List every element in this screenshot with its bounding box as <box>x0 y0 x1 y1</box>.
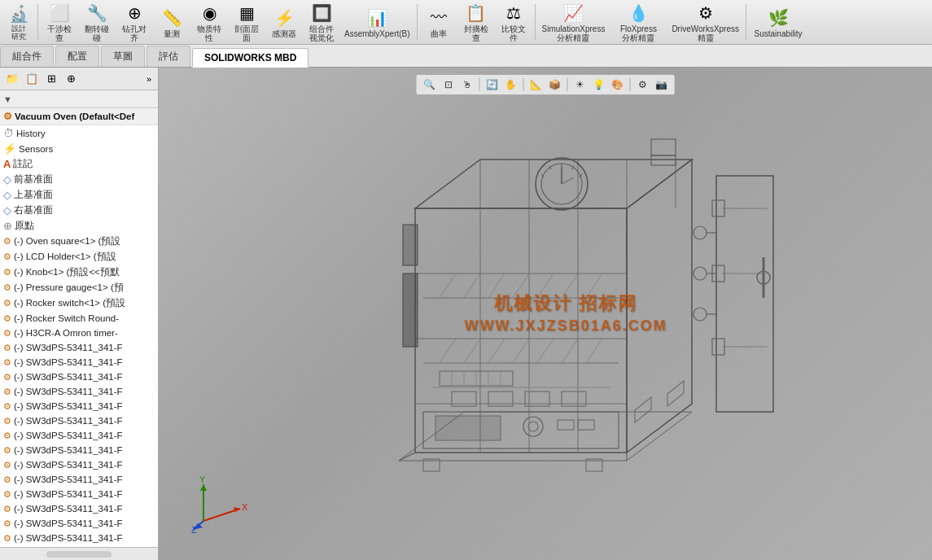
toolbar-interference[interactable]: ⬜ 干涉检查 <box>42 0 77 44</box>
tree-item-pressure1[interactable]: ⚙(-) Pressure gauge<1> (預 <box>0 280 158 295</box>
lt-btn-list[interactable]: 📋 <box>23 70 41 88</box>
vt-rotate[interactable]: 🔄 <box>484 77 501 93</box>
section-label: 剖面层面 <box>234 24 259 42</box>
toolbar-section[interactable]: ▦ 剖面层面 <box>229 0 265 44</box>
vt-lighting[interactable]: 💡 <box>591 77 607 93</box>
vt-snapshot[interactable]: 📷 <box>654 77 670 93</box>
svg-line-11 <box>440 273 456 298</box>
tab-config[interactable]: 配置 <box>55 46 99 67</box>
toolbar-curvature[interactable]: 〰 曲率 <box>421 5 457 40</box>
tree-item-origin[interactable]: ⊕原點 <box>0 218 158 234</box>
part-icon: ⚙ <box>3 267 11 278</box>
vt-lights[interactable]: ☀ <box>572 77 589 93</box>
tree-item-rocker2[interactable]: ⚙(-) Rocker Switch Round- <box>0 311 158 326</box>
model-area <box>183 100 924 544</box>
tree-item-sw3[interactable]: ⚙(-) SW3dPS-53411_341-F <box>0 370 158 384</box>
toolbar-compare[interactable]: ⚖ 比较文件 <box>496 0 532 44</box>
vt-zoom-in[interactable]: 🔍 <box>422 77 438 93</box>
tab-assembly[interactable]: 組合件 <box>0 46 54 67</box>
vt-zoom-area[interactable]: 🖱 <box>459 77 475 93</box>
toolbar-check[interactable]: 📋 封摘检查 <box>458 0 494 44</box>
tree-item-sw6[interactable]: ⚙(-) SW3dPS-53411_341-F <box>0 413 158 428</box>
part-icon: ⚙ <box>3 460 11 470</box>
tree-item-sw8[interactable]: ⚙(-) SW3dPS-53411_341-F <box>0 443 158 457</box>
measure-label: 量测 <box>164 29 180 38</box>
svg-line-35 <box>562 177 574 184</box>
part-icon: ⚙ <box>3 401 11 412</box>
vt-display[interactable]: 📦 <box>547 77 563 93</box>
svg-rect-74 <box>403 225 418 265</box>
toolbar-simulation[interactable]: 📈 SimulationXpress分析精靈 <box>539 0 609 44</box>
toolbar-assembly-xpert[interactable]: 📊 AssemblyXpert(B) <box>341 5 413 40</box>
tree-item-label: (-) SW3dPS-53411_341-F <box>14 475 123 484</box>
tree-item-sw7[interactable]: ⚙(-) SW3dPS-53411_341-F <box>0 428 158 443</box>
tree-panel[interactable]: ⏱History⚡SensorsA註記◇前基准面◇上基准面◇右基准面⊕原點⚙(-… <box>0 125 158 547</box>
tree-item-annotation[interactable]: A註記 <box>0 156 158 172</box>
toolbar-sensor[interactable]: ⚡ 感测器 <box>266 5 302 40</box>
svg-rect-60 <box>558 420 574 430</box>
toolbar-assembly-vis[interactable]: 🔲 组合件视觉化 <box>304 0 339 44</box>
tab-sketch[interactable]: 草圖 <box>101 46 145 67</box>
tree-item-sw1[interactable]: ⚙(-) SW3dPS-53411_341-F <box>0 340 158 355</box>
tree-item-sw9[interactable]: ⚙(-) SW3dPS-53411_341-F <box>0 457 158 472</box>
simulation-label: SimulationXpress分析精靈 <box>542 24 606 42</box>
vt-pan[interactable]: ✋ <box>503 77 519 93</box>
tree-item-rocker1[interactable]: ⚙(-) Rocker switch<1> (預設 <box>0 295 158 311</box>
tree-item-sw14[interactable]: ⚙(-) SW3dPS-53411_341-F <box>0 531 158 545</box>
vt-zoom-fit[interactable]: ⊡ <box>440 77 457 93</box>
toolbar-floxpress[interactable]: 💧 FloXpress分析精靈 <box>610 0 667 44</box>
tree-item-label: (-) SW3dPS-53411_341-F <box>14 372 123 382</box>
lt-btn-grid[interactable]: ⊞ <box>42 70 60 88</box>
toolbar-driveworks[interactable]: ⚙ DriveWorksXpress精靈 <box>668 0 742 44</box>
toolbar-design-study[interactable]: 🔬 設計研究 <box>3 1 34 43</box>
part-icon: ⚙ <box>3 518 11 529</box>
tree-item-sensors[interactable]: ⚡Sensors <box>0 141 158 156</box>
lt-btn-add[interactable]: ⊕ <box>62 70 80 88</box>
tree-item-knob1[interactable]: ⚙(-) Knob<1> (預設<<預默 <box>0 265 158 280</box>
tree-item-label: (-) SW3dPS-53411_341-F <box>14 387 123 396</box>
toolbar-material[interactable]: ◉ 物质特性 <box>191 0 227 44</box>
tab-eval[interactable]: 評估 <box>147 46 190 67</box>
tree-item-sw4[interactable]: ⚙(-) SW3dPS-53411_341-F <box>0 384 158 399</box>
viewport-toolbar: 🔍 ⊡ 🖱 🔄 ✋ 📐 📦 ☀ 💡 🎨 ⚙ 📷 <box>416 74 676 95</box>
drill-label: 钻孔对齐 <box>122 24 147 42</box>
svg-text:Y: Y <box>199 476 206 484</box>
tree-item-sw10[interactable]: ⚙(-) SW3dPS-53411_341-F <box>0 472 158 487</box>
tree-item-history[interactable]: ⏱History <box>0 125 158 141</box>
tree-item-oven1[interactable]: ⚙(-) Oven square<1> (預設 <box>0 234 158 249</box>
tree-item-right[interactable]: ◇右基准面 <box>0 203 158 218</box>
svg-rect-61 <box>578 420 594 430</box>
tree-item-sw12[interactable]: ⚙(-) SW3dPS-53411_341-F <box>0 501 158 516</box>
toolbar-sustainability[interactable]: 🌿 Sustainability <box>750 5 807 40</box>
collision-icon: 🔧 <box>85 2 109 24</box>
tree-item-front[interactable]: ◇前基准面 <box>0 172 158 187</box>
svg-line-12 <box>464 273 480 298</box>
lt-btn-expand[interactable]: » <box>143 72 155 85</box>
simulation-icon: 📈 <box>561 2 585 24</box>
part-icon: ⚙ <box>3 445 11 456</box>
tree-item-h3cr1[interactable]: ⚙(-) H3CR-A Omron timer- <box>0 326 158 340</box>
toolbar-collision[interactable]: 🔧 翻转碰碰 <box>79 0 115 44</box>
tree-item-lcd1[interactable]: ⚙(-) LCD Holder<1> (預設 <box>0 249 158 265</box>
vt-view-orient[interactable]: 📐 <box>528 77 545 93</box>
tree-item-top[interactable]: ◇上基准面 <box>0 187 158 203</box>
tree-item-sw2[interactable]: ⚙(-) SW3dPS-53411_341-F <box>0 355 158 370</box>
vt-appearance[interactable]: 🎨 <box>610 77 626 93</box>
tree-root[interactable]: ⚙ Vacuum Oven (Default<Def <box>0 108 158 125</box>
compare-icon: ⚖ <box>501 2 526 24</box>
tree-item-label: (-) SW3dPS-53411_341-F <box>14 416 123 426</box>
sensor-icon: ⚡ <box>272 7 296 29</box>
lt-btn-folder[interactable]: 📁 <box>3 70 21 88</box>
driveworks-icon: ⚙ <box>694 2 718 24</box>
toolbar-drill[interactable]: ⊕ 钻孔对齐 <box>116 0 152 44</box>
tree-item-sw13[interactable]: ⚙(-) SW3dPS-53411_341-F <box>0 516 158 531</box>
tab-solidworks-mbd[interactable]: SOLIDWORKS MBD <box>192 48 308 68</box>
vt-settings[interactable]: ⚙ <box>635 77 651 93</box>
vt-sep1 <box>479 78 480 91</box>
toolbar-measure[interactable]: 📏 量测 <box>154 5 190 40</box>
tree-item-sw5[interactable]: ⚙(-) SW3dPS-53411_341-F <box>0 399 158 413</box>
svg-text:Z: Z <box>191 525 197 533</box>
sensors-icon: ⚡ <box>3 142 16 155</box>
tree-item-sw11[interactable]: ⚙(-) SW3dPS-53411_341-F <box>0 487 158 501</box>
tree-item-label: (-) Rocker Switch Round- <box>14 313 119 323</box>
